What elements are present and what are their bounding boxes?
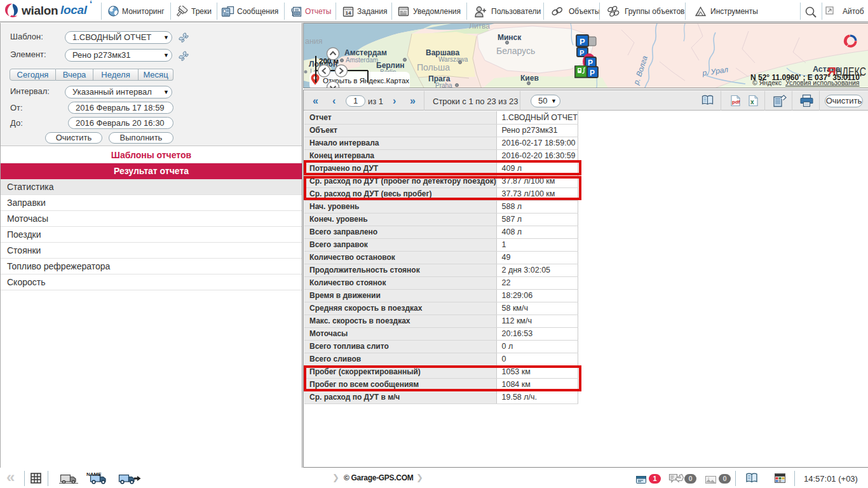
svg-text:P: P bbox=[590, 69, 595, 78]
svg-text:P: P bbox=[580, 49, 584, 57]
svg-text:Польша: Польша bbox=[417, 62, 450, 72]
svg-text:Условия использования: Условия использования bbox=[785, 79, 860, 86]
svg-text:Praha: Praha bbox=[435, 82, 452, 88]
svg-text:P: P bbox=[580, 37, 585, 46]
svg-text:x: x bbox=[750, 98, 754, 105]
svg-text:Амстердам: Амстердам bbox=[344, 48, 387, 57]
svg-text:ания: ания bbox=[305, 37, 323, 46]
svg-text:14: 14 bbox=[346, 10, 351, 16]
svg-text:Amsterdam: Amsterdam bbox=[346, 57, 378, 64]
svg-text:pdf: pdf bbox=[732, 99, 740, 105]
svg-text:Литва: Литва bbox=[469, 24, 490, 30]
svg-text:Минск: Минск bbox=[498, 33, 522, 42]
svg-text:P: P bbox=[588, 58, 593, 67]
svg-text:Киев: Киев bbox=[520, 74, 539, 83]
svg-text:Беларусь: Беларусь bbox=[496, 46, 535, 56]
svg-text:© Яндекс: © Яндекс bbox=[752, 79, 782, 86]
